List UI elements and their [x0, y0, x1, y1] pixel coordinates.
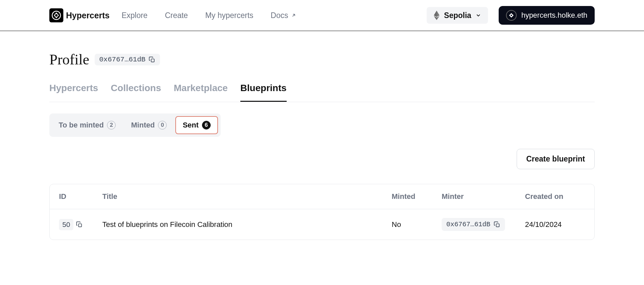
nav-docs[interactable]: Docs — [271, 11, 296, 20]
profile-header: Profile 0x6767…61dB — [49, 51, 595, 68]
filter-count: 0 — [158, 121, 167, 129]
main-content: Profile 0x6767…61dB Hypercerts Collectio… — [0, 31, 644, 260]
copy-icon[interactable] — [494, 221, 500, 228]
external-link-icon — [291, 13, 296, 18]
cell-created-on: 24/10/2024 — [525, 220, 585, 229]
nav-explore[interactable]: Explore — [122, 11, 148, 20]
table-header-row: ID Title Minted Minter Created on — [50, 184, 594, 209]
filter-to-be-minted[interactable]: To be minted 2 — [52, 116, 122, 134]
cell-id: 50 — [59, 219, 102, 230]
minter-address-chip: 0x6767…61dB — [442, 218, 505, 231]
network-name: Sepolia — [444, 11, 471, 20]
tab-hypercerts[interactable]: Hypercerts — [49, 83, 98, 102]
logo-icon — [49, 8, 63, 22]
filter-label: Minted — [131, 121, 155, 129]
filter-label: Sent — [183, 121, 199, 129]
copy-icon[interactable] — [76, 221, 83, 228]
svg-rect-11 — [496, 224, 499, 227]
filter-count: 2 — [107, 121, 116, 129]
brand-name: Hypercerts — [66, 11, 110, 20]
cell-title: Test of blueprints on Filecoin Calibrati… — [102, 220, 392, 229]
network-selector[interactable]: Sepolia — [427, 7, 488, 24]
copy-icon[interactable] — [149, 56, 155, 63]
profile-address-text: 0x6767…61dB — [99, 56, 146, 63]
nav-create[interactable]: Create — [165, 11, 188, 20]
col-id: ID — [59, 192, 102, 201]
logo[interactable]: Hypercerts — [49, 8, 110, 22]
col-minter: Minter — [442, 192, 525, 201]
nav-docs-label: Docs — [271, 11, 288, 20]
ethereum-icon — [433, 10, 440, 20]
nav-my-hypercerts[interactable]: My hypercerts — [205, 11, 253, 20]
nav-links: Explore Create My hypercerts Docs — [122, 11, 296, 20]
chevron-down-icon — [475, 12, 481, 18]
blueprints-table: ID Title Minted Minter Created on 50 Tes… — [49, 184, 595, 240]
tab-collections[interactable]: Collections — [111, 83, 161, 102]
profile-address-chip: 0x6767…61dB — [95, 54, 160, 65]
col-created-on: Created on — [525, 192, 585, 201]
profile-tabs: Hypercerts Collections Marketplace Bluep… — [49, 83, 595, 102]
svg-marker-4 — [434, 11, 437, 17]
account-name: hypercerts.holke.eth — [521, 11, 587, 20]
svg-rect-9 — [151, 59, 154, 62]
page-title: Profile — [49, 51, 89, 68]
tab-marketplace[interactable]: Marketplace — [174, 83, 228, 102]
account-button[interactable]: hypercerts.holke.eth — [499, 6, 595, 25]
cell-minted: No — [392, 220, 442, 229]
filter-sent[interactable]: Sent 6 — [175, 116, 218, 134]
svg-point-2 — [55, 14, 58, 17]
svg-rect-10 — [79, 224, 82, 227]
cell-minter: 0x6767…61dB — [442, 218, 525, 231]
blueprint-filters: To be minted 2 Minted 0 Sent 6 — [49, 113, 221, 137]
tab-blueprints[interactable]: Blueprints — [240, 83, 286, 102]
id-badge: 50 — [59, 219, 73, 230]
filter-minted[interactable]: Minted 0 — [124, 116, 173, 134]
filter-count: 6 — [202, 121, 211, 129]
create-row: Create blueprint — [49, 149, 595, 169]
col-title: Title — [102, 192, 392, 201]
filter-label: To be minted — [59, 121, 104, 129]
svg-point-8 — [511, 15, 512, 16]
table-row: 50 Test of blueprints on Filecoin Calibr… — [50, 209, 594, 240]
create-blueprint-button[interactable]: Create blueprint — [517, 149, 595, 169]
minter-address-text: 0x6767…61dB — [446, 221, 490, 228]
account-avatar-icon — [506, 10, 517, 21]
col-minted: Minted — [392, 192, 442, 201]
app-header: Hypercerts Explore Create My hypercerts … — [0, 0, 644, 31]
